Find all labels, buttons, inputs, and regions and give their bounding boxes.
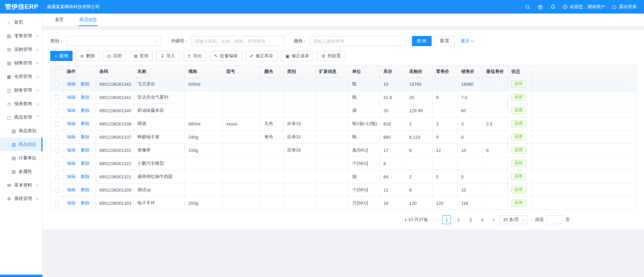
page-size-select[interactable]: 10 条/页 xyxy=(499,215,527,224)
color-input[interactable] xyxy=(310,36,406,46)
row-checkbox[interactable] xyxy=(55,122,59,126)
row-checkbox[interactable] xyxy=(55,161,59,166)
edit-link[interactable]: 编辑 xyxy=(67,147,76,153)
cell-filler xyxy=(532,131,637,144)
keyword-input[interactable] xyxy=(191,36,284,46)
row-checkbox[interactable] xyxy=(55,135,59,140)
sidebar-item-sales[interactable]: ▥销售管理 xyxy=(0,56,42,70)
cell-status: 启用 xyxy=(508,183,532,197)
delete-link[interactable]: 删除 xyxy=(81,187,90,192)
welcome-user[interactable]: 欢迎您，测试用户 xyxy=(563,4,605,10)
edit-link[interactable]: 编辑 xyxy=(67,200,76,205)
page-button-3[interactable]: 3 xyxy=(466,215,475,224)
category-select[interactable] xyxy=(66,36,161,46)
select-all-checkbox[interactable] xyxy=(55,69,59,74)
pagination-total: 1-10 共37条 xyxy=(404,217,428,223)
toolbar-button-label: 导出 xyxy=(193,53,202,59)
sidebar-item-goods[interactable]: ▢商品管理 xyxy=(0,111,42,124)
cross-square-icon: ⊠ xyxy=(134,54,137,58)
tab-goods-info[interactable]: 商品信息 xyxy=(79,14,98,26)
color-label: 颜色： xyxy=(294,38,307,44)
pagination: 1-10 共37条 1234 10 条/页 跳至 页 xyxy=(50,215,637,224)
cell-filler xyxy=(532,78,637,91)
delete-link[interactable]: 删除 xyxy=(81,81,90,86)
cell-retail-price xyxy=(433,157,458,170)
jump-page-input[interactable] xyxy=(547,215,563,224)
chevron-down-icon xyxy=(522,218,524,221)
delete-link[interactable]: 删除 xyxy=(81,174,90,179)
search-button[interactable]: 查询 xyxy=(412,36,432,46)
delete-link[interactable]: 删除 xyxy=(81,95,90,100)
sidebar-item-finance[interactable]: ◫财务管理 xyxy=(0,83,42,97)
disable-button[interactable]: ⊠禁用 xyxy=(129,51,153,61)
export-button[interactable]: ↥导出 xyxy=(183,51,206,61)
gear-icon: ⚙ xyxy=(321,54,325,58)
delete-link[interactable]: 删除 xyxy=(81,200,90,205)
edit-link[interactable]: 编辑 xyxy=(67,161,76,166)
row-checkbox[interactable] xyxy=(55,108,59,113)
row-checkbox[interactable] xyxy=(55,201,59,206)
sidebar-subitem-measure-unit[interactable]: ▤计量单位 xyxy=(0,151,42,165)
sidebar-subitem-label: 商品信息 xyxy=(19,141,41,147)
fix-stock-button[interactable]: ✐修正库存 xyxy=(245,51,278,61)
home-icon: ⌂ xyxy=(6,20,12,25)
edit-link[interactable]: 编辑 xyxy=(67,174,76,179)
cell-unit: 袋 xyxy=(349,170,380,183)
delete-button[interactable]: ⊖删除 xyxy=(76,51,99,61)
fix-cost-button[interactable]: ▣修正成本 xyxy=(281,51,314,61)
reset-button[interactable]: 重置 xyxy=(435,36,455,46)
edit-link[interactable]: 编辑 xyxy=(67,121,76,126)
row-checkbox[interactable] xyxy=(55,82,59,87)
edit-link[interactable]: 编辑 xyxy=(67,108,76,113)
sidebar-item-home[interactable]: ⌂首页 xyxy=(0,16,42,29)
import-button[interactable]: ↧导入 xyxy=(156,51,179,61)
delete-link[interactable]: 删除 xyxy=(81,134,90,139)
notification-bell-icon[interactable] xyxy=(550,4,556,10)
prev-page-button[interactable] xyxy=(432,215,439,224)
retail-icon: ▤ xyxy=(6,34,12,39)
cell-spec: 240g xyxy=(185,131,223,144)
sidebar-item-retail[interactable]: ▤零售管理 xyxy=(0,29,42,43)
pagination-divider xyxy=(531,217,531,222)
delete-link[interactable]: 删除 xyxy=(81,147,90,153)
edit-link[interactable]: 编辑 xyxy=(67,187,76,192)
delete-link[interactable]: 删除 xyxy=(81,108,90,113)
page-button-1[interactable]: 1 xyxy=(442,215,451,224)
tab-home[interactable]: 首页 xyxy=(54,14,64,26)
batch-edit-button[interactable]: ✎批量编辑 xyxy=(210,51,242,61)
cell-color xyxy=(261,91,284,104)
column-settings-button[interactable]: ⚙列设置 xyxy=(317,51,345,61)
edit-link[interactable]: 编辑 xyxy=(67,81,76,86)
enable-button[interactable]: ⊡启用 xyxy=(103,51,126,61)
sidebar-item-warehouse[interactable]: ▦仓库管理 xyxy=(0,70,42,83)
cell-spec: 200g xyxy=(185,197,223,210)
search-icon[interactable] xyxy=(525,4,531,10)
next-page-button[interactable] xyxy=(490,215,496,224)
expand-link[interactable]: 展开 xyxy=(461,38,473,44)
cell-min-price xyxy=(483,170,508,183)
delete-link[interactable]: 删除 xyxy=(81,161,90,166)
toolbar-button-label: 修正成本 xyxy=(291,53,309,59)
delete-link[interactable]: 删除 xyxy=(81,121,90,126)
sidebar-item-system[interactable]: ⚙系统管理 xyxy=(0,192,42,205)
status-badge: 启用 xyxy=(511,81,526,87)
page-button-4[interactable]: 4 xyxy=(478,215,487,224)
row-checkbox[interactable] xyxy=(55,95,59,100)
edit-link[interactable]: 编辑 xyxy=(67,95,76,100)
sidebar-collapse-bar[interactable] xyxy=(0,275,42,277)
row-checkbox[interactable] xyxy=(55,188,59,193)
row-checkbox[interactable] xyxy=(55,175,59,179)
page-button-2[interactable]: 2 xyxy=(454,215,463,224)
sidebar-item-report[interactable]: ◷报表查询 xyxy=(0,97,42,111)
sidebar-subitem-goods-info[interactable]: ▤商品信息 xyxy=(0,138,42,151)
add-button[interactable]: +新增 xyxy=(50,51,73,61)
row-checkbox[interactable] xyxy=(55,148,59,153)
sidebar-subitem-goods-category[interactable]: ▤商品类别 xyxy=(0,124,42,138)
logout-button[interactable]: 退出登录 xyxy=(612,4,637,10)
sidebar-subitem-multi-attribute[interactable]: ▤多属性 xyxy=(0,165,42,178)
edit-link[interactable]: 编辑 xyxy=(67,134,76,139)
sidebar-item-purchase[interactable]: ⊟采购管理 xyxy=(0,43,42,56)
platform-building-icon[interactable] xyxy=(537,4,543,10)
sidebar-item-basic-data[interactable]: ⊞基本资料 xyxy=(0,178,42,192)
cell-sale-price xyxy=(458,157,483,170)
